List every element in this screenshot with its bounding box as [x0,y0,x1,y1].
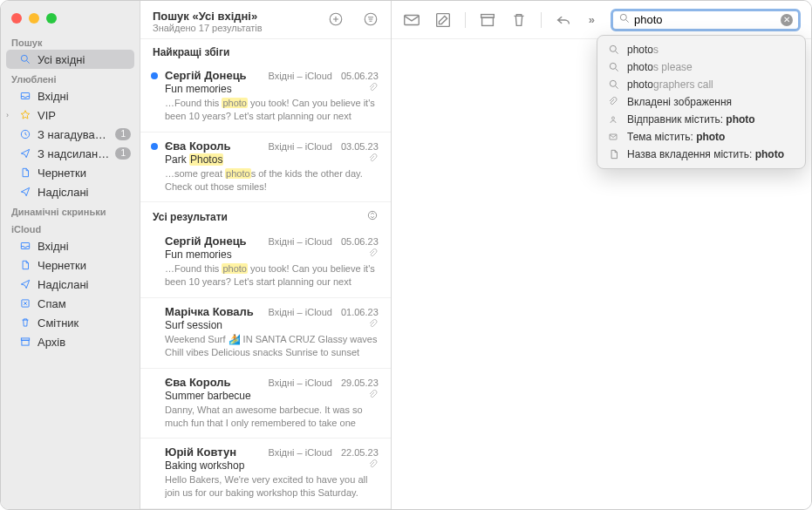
sidebar-item[interactable]: З нагадуванням1 [1,125,140,144]
more-icon[interactable]: » [585,13,598,26]
sidebar-item[interactable]: З надсиланням…1 [1,144,140,163]
svg-point-24 [610,45,616,51]
sidebar: ПошукУсі вхідніУлюбленіВхідні›VIPЗ нагад… [1,1,140,509]
sidebar-section-label: Динамічні скриньки [1,201,140,219]
unread-dot-icon [151,72,158,79]
svg-rect-21 [481,17,493,25]
person-icon [608,114,620,125]
reply-icon[interactable] [554,10,573,30]
trash-icon [18,316,32,330]
svg-line-1 [27,61,30,64]
search-suggestion[interactable]: Назва вкладення містить: photo [597,146,805,163]
window-controls [1,8,140,32]
message-subject: Surf session [165,319,222,331]
sidebar-item[interactable]: Надіслані [1,182,140,201]
archive-icon[interactable] [478,10,497,30]
message-subject: Park Photos [165,153,223,166]
message-sender: Сергій Донець [165,235,247,248]
message-row[interactable]: Єва КорольВхідні – iCloud29.05.23Summer … [140,369,391,439]
search-suggestion[interactable]: photographers call [597,76,805,93]
inbox-icon [18,89,32,103]
minimize-window-button[interactable] [29,13,39,24]
compose-icon[interactable] [433,10,453,30]
search-suggestion[interactable]: Тема містить: photo [597,128,805,146]
message-row[interactable]: Сергій ДонецьВхідні – iCloud05.06.23Fun … [140,62,391,133]
sidebar-section-label: iCloud [1,219,140,236]
sidebar-item-label: Вхідні [38,240,131,253]
message-sender: Марічка Коваль [165,305,254,318]
message-subject: Fun memories [165,83,232,95]
message-row[interactable]: Сергій ДонецьВхідні – iCloud05.06.23Fun … [140,228,391,298]
sidebar-item[interactable]: Усі вхідні [6,50,134,69]
search-suggestion[interactable]: photos please [597,58,805,76]
sidebar-section-label: Пошук [1,32,140,50]
doc-icon [18,258,32,272]
sort-icon[interactable] [366,209,379,224]
message-meta: Вхідні – iCloud05.06.23 [268,236,378,247]
svg-rect-2 [21,93,29,99]
sidebar-item-label: З надсиланням… [38,147,110,160]
sidebar-item-label: Чернетки [38,259,131,272]
close-window-button[interactable] [11,13,22,24]
new-message-icon[interactable] [326,10,345,29]
sidebar-item-label: Надіслані [38,186,131,199]
svg-line-23 [626,20,629,23]
sidebar-item[interactable]: Спам [1,294,140,313]
unread-dot-icon [151,143,158,150]
sidebar-item[interactable]: Вхідні [1,86,140,105]
message-preview: Weekend Surf 🏄 IN SANTA CRUZ Glassy wave… [165,333,379,359]
sidebar-item-label: Надіслані [38,278,131,291]
message-preview: …some great photos of the kids the other… [165,167,379,194]
attachment-icon [368,319,379,331]
doc-icon [608,148,620,160]
message-sender: Єва Король [165,376,231,389]
sidebar-item[interactable]: Чернетки [1,255,140,275]
clear-search-icon[interactable]: ✕ [781,14,793,26]
list-header: Пошук «Усі вхідні» Знайдено 17 результат… [140,1,391,39]
message-preview: …Found this photo you took! Can you beli… [165,262,379,289]
badge: 1 [115,128,131,140]
sidebar-item-label: Чернетки [38,167,131,180]
sidebar-item-label: З нагадуванням [38,128,110,141]
search-icon [608,44,620,56]
sidebar-item[interactable]: Надіслані [1,275,140,294]
group-label: Найкращі збіги [140,39,391,62]
sidebar-item[interactable]: Смітник [1,313,140,332]
svg-point-0 [21,55,27,61]
mail-icon [608,132,620,142]
sidebar-item-label: Усі вхідні [38,53,126,66]
message-meta: Вхідні – iCloud29.05.23 [268,377,378,388]
search-suggestion[interactable]: Відправник містить: photo [597,111,805,128]
svg-point-22 [620,14,626,20]
svg-rect-9 [22,340,29,345]
search-icon [618,12,631,27]
zoom-window-button[interactable] [46,13,57,24]
message-sender: Юрій Ковтун [165,445,236,459]
trash-icon[interactable] [509,10,529,30]
svg-line-27 [616,68,618,71]
search-icon [18,52,32,66]
message-row[interactable]: Єва КорольВхідні – iCloud03.05.23Park Ph… [140,133,391,203]
search-suggestion[interactable]: photos [597,41,805,58]
attachment-icon [368,153,379,166]
search-suggestions: photosphotos pleasephotographers callВкл… [597,35,806,169]
attachment-icon [368,248,379,261]
message-meta: Вхідні – iCloud01.06.23 [268,307,378,317]
search-suggestion[interactable]: Вкладені зображення [597,93,805,111]
clock-icon [18,127,32,141]
sidebar-item[interactable]: Архів [1,332,140,351]
search-input[interactable] [634,13,781,26]
message-row[interactable]: Марічка КовальВхідні – iCloud01.06.23Sur… [140,298,391,369]
search-field[interactable]: ✕ [611,9,801,31]
sidebar-item[interactable]: Вхідні [1,236,140,255]
message-row[interactable]: Юрій КовтунВхідні – iCloud22.05.23Baking… [140,439,391,509]
svg-rect-18 [405,15,420,24]
message-meta: Вхідні – iCloud03.05.23 [268,141,378,152]
sidebar-item[interactable]: ›VIP [1,105,140,125]
sidebar-item-label: Архів [38,336,131,349]
filter-icon[interactable] [361,10,380,29]
sidebar-item[interactable]: Чернетки [1,163,140,182]
mail-icon[interactable] [402,10,421,30]
svg-point-28 [610,80,616,86]
message-subject: Fun memories [165,248,232,261]
